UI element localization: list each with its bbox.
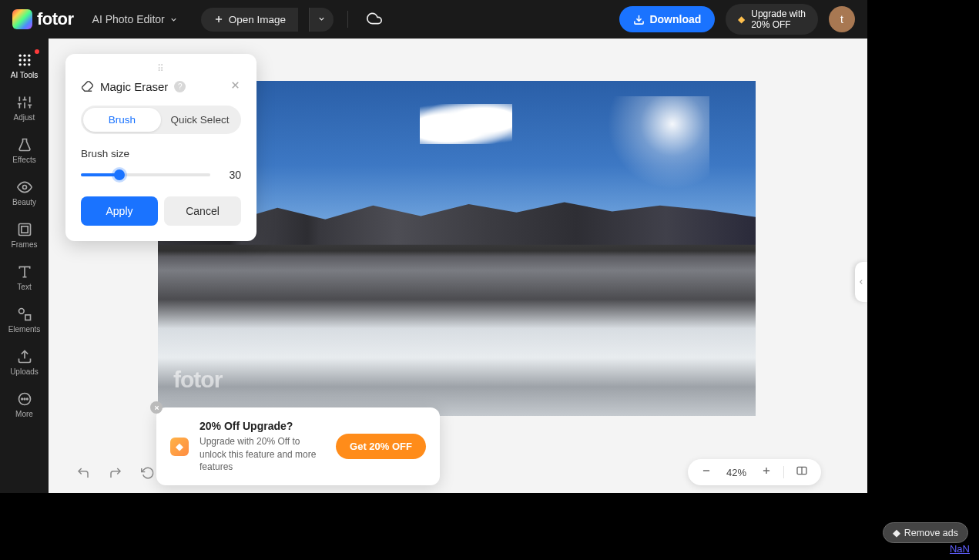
upgrade-line1: Upgrade with	[751, 8, 806, 19]
avatar-letter: t	[840, 13, 843, 25]
plus-icon	[761, 465, 772, 476]
close-icon	[153, 404, 160, 411]
top-bar: fotor AI Photo Editor Open Image Downloa…	[0, 0, 867, 39]
download-icon	[633, 14, 645, 25]
svg-point-8	[28, 59, 30, 61]
frame-icon	[17, 222, 32, 237]
tab-quick-select[interactable]: Quick Select	[161, 108, 239, 132]
editor-mode-dropdown[interactable]: AI Photo Editor	[92, 13, 178, 25]
upgrade-button[interactable]: ◆ Upgrade with 20% OFF	[726, 4, 818, 35]
brand-logo[interactable]: fotor	[12, 9, 74, 29]
download-label: Download	[649, 13, 701, 25]
sidebar-item-text[interactable]: Text	[0, 257, 49, 299]
magic-eraser-panel: ⠿ Magic Eraser ? Brush Quick Select Brus…	[65, 54, 256, 241]
panel-header: Magic Eraser ?	[81, 79, 241, 95]
sidebar-item-label: Effects	[12, 156, 35, 164]
plus-icon	[213, 14, 224, 25]
close-icon	[230, 79, 241, 91]
zoom-out-button[interactable]	[699, 465, 714, 479]
sidebar-item-uploads[interactable]: Uploads	[0, 341, 49, 384]
svg-point-26	[18, 309, 24, 314]
sidebar-item-effects[interactable]: Effects	[0, 129, 49, 172]
svg-point-7	[23, 59, 25, 61]
tab-brush[interactable]: Brush	[83, 108, 161, 132]
diamond-icon: ◆	[170, 438, 189, 456]
diamond-icon: ◆	[893, 527, 900, 538]
reset-icon	[141, 466, 155, 480]
sidebar-item-label: Elements	[8, 325, 41, 334]
sidebar-item-label: Uploads	[10, 367, 39, 376]
upgrade-line2: 20% OFF	[751, 19, 790, 30]
svg-rect-23	[21, 226, 27, 233]
sidebar-item-label: Text	[17, 283, 31, 291]
avatar[interactable]: t	[829, 6, 855, 32]
upgrade-text: Upgrade with 20% OFF	[751, 8, 806, 31]
svg-rect-27	[25, 315, 30, 320]
sidebar-item-more[interactable]: More	[0, 384, 49, 426]
panel-collapse-button[interactable]	[855, 262, 867, 302]
svg-point-9	[18, 63, 21, 65]
sidebar-item-frames[interactable]: Frames	[0, 214, 49, 257]
sidebar-item-label: AI Tools	[11, 71, 38, 79]
open-image-label: Open Image	[229, 14, 286, 25]
panel-close-button[interactable]	[230, 79, 241, 95]
sidebar-item-ai-tools[interactable]: AI Tools	[0, 45, 49, 87]
nan-link[interactable]: NaN	[950, 543, 970, 555]
zoom-controls: 42%	[688, 459, 821, 485]
svg-point-6	[18, 59, 21, 61]
zoom-value[interactable]: 42%	[723, 467, 749, 478]
svg-point-11	[28, 63, 30, 65]
open-image-button[interactable]: Open Image	[201, 8, 298, 32]
sidebar-item-adjust[interactable]: Adjust	[0, 87, 49, 129]
sidebar-item-elements[interactable]: Elements	[0, 299, 49, 341]
svg-point-21	[22, 186, 26, 189]
svg-point-3	[18, 55, 21, 57]
notification-dot-icon	[35, 49, 39, 54]
editor-mode-label: AI Photo Editor	[92, 13, 165, 25]
upgrade-promo-card: ◆ 20% Off Upgrade? Upgrade with 20% Off …	[156, 407, 440, 485]
redo-icon	[109, 466, 122, 480]
cloud-icon	[367, 11, 382, 26]
undo-icon	[76, 466, 90, 480]
eraser-icon	[81, 80, 94, 93]
history-controls	[73, 463, 158, 485]
compare-button[interactable]	[793, 464, 810, 480]
panel-title: Magic Eraser	[100, 80, 168, 93]
panel-drag-handle[interactable]: ⠿	[81, 63, 241, 74]
canvas-area[interactable]: fotor ⠿ Magic Eraser ? Brush Quick Selec…	[49, 39, 867, 493]
chevron-down-icon	[169, 15, 178, 24]
zoom-in-button[interactable]	[759, 465, 774, 479]
svg-point-5	[28, 55, 30, 57]
promo-cta-button[interactable]: Get 20% OFF	[336, 434, 426, 459]
promo-title: 20% Off Upgrade?	[199, 420, 325, 432]
download-button[interactable]: Download	[619, 6, 715, 32]
brush-size-slider[interactable]	[81, 173, 210, 176]
image-cloud	[420, 104, 512, 144]
sliders-icon	[17, 95, 32, 110]
redo-button[interactable]	[106, 463, 126, 485]
reset-button[interactable]	[138, 463, 158, 485]
svg-point-30	[21, 398, 22, 400]
cloud-button[interactable]	[362, 6, 387, 33]
apply-button[interactable]: Apply	[81, 196, 158, 226]
svg-point-32	[26, 398, 28, 400]
sidebar-item-label: Frames	[12, 240, 38, 249]
promo-close-button[interactable]	[150, 401, 163, 414]
remove-ads-label: Remove ads	[904, 528, 958, 538]
sidebar-item-beauty[interactable]: Beauty	[0, 172, 49, 214]
image-sunflare	[586, 96, 709, 189]
undo-button[interactable]	[73, 463, 93, 485]
open-image-split-button[interactable]	[309, 8, 334, 32]
brand-name: fotor	[37, 9, 74, 29]
svg-point-4	[23, 55, 25, 57]
logo-mark-icon	[12, 9, 32, 29]
cancel-button[interactable]: Cancel	[164, 196, 241, 226]
remove-ads-button[interactable]: ◆ Remove ads	[883, 522, 968, 543]
shapes-icon	[17, 307, 32, 322]
separator	[783, 466, 784, 478]
app-root: fotor AI Photo Editor Open Image Downloa…	[0, 0, 867, 493]
minus-icon	[701, 465, 712, 476]
help-icon[interactable]: ?	[174, 81, 186, 92]
slider-thumb[interactable]	[114, 169, 125, 180]
flask-icon	[17, 137, 32, 153]
